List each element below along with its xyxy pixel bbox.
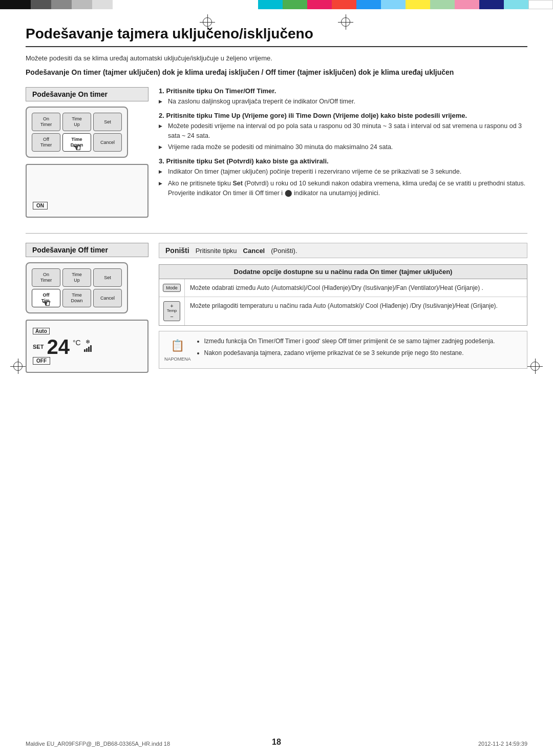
step-2-bullet-1: Možete podesiti vrijeme na interval od p… [159, 121, 527, 141]
step-1: 1. Pritisnite tipku On Timer/Off Timer. … [159, 87, 527, 107]
mode-icon-cell: Mode [159, 279, 185, 297]
signal-bars [84, 345, 92, 352]
btn-off-timer[interactable]: Off Timer [32, 133, 60, 152]
off-timer-section: Podešavanje Off timer On Timer Time Up S… [26, 243, 527, 373]
page-footer: Maldive EU_AR09FSFP@_IB_DB68-03365A_HR.i… [26, 741, 527, 747]
on-timer-display: ON [26, 164, 148, 218]
set-label: SET [33, 344, 44, 350]
step-1-bullets: Na zaslonu daljinskog upravljača treperi… [159, 97, 527, 107]
btn-on-timer[interactable]: On Timer [32, 113, 60, 131]
on-timer-right: 1. Pritisnite tipku On Timer/Off Timer. … [159, 87, 527, 218]
bold-intro: Podešavanje On timer (tajmer uključen) d… [26, 67, 527, 78]
step-1-title: 1. Pritisnite tipku On Timer/Off Timer. [159, 87, 527, 95]
options-header: Dodatne opcije dostupne su u načinu rada… [159, 264, 527, 279]
display-top-row: Auto [33, 328, 141, 334]
temp-text: Možete prilagoditi temperaturu u načinu … [185, 297, 527, 325]
off-btn-time-up[interactable]: Time Up [62, 268, 91, 287]
off-timer-right: Poništi Pritisnite tipku Cancel (Poništi… [159, 243, 527, 373]
option-row-mode: Mode Možete odabrati između Auto (Automa… [159, 279, 527, 297]
subtitle-text: Možete podesiti da se klima uređaj autom… [26, 54, 527, 62]
note-icon: 📋 [171, 337, 184, 354]
step-2: 2. Pritisnite tipku Time Up (Vrijeme gor… [159, 112, 527, 152]
off-remote-grid: On Timer Time Up Set Off Tim. ☜ [32, 268, 122, 307]
reg-mark-left [10, 359, 26, 374]
step-3-bullet-1: Indikator On timer (tajmer uključen) poč… [159, 167, 527, 177]
footer-left: Maldive EU_AR09FSFP@_IB_DB68-03365A_HR.i… [26, 741, 170, 747]
off-label: OFF [33, 357, 50, 365]
step-2-bullet-2: Vrijeme rada može se podesiti od minimal… [159, 142, 527, 152]
step-3-title: 3. Pritisnite tipku Set (Potvrdi) kako b… [159, 157, 527, 165]
step-3-bullets: Indikator On timer (tajmer uključen) poč… [159, 167, 527, 198]
mode-button: Mode [163, 284, 181, 292]
btn-cancel[interactable]: Cancel [93, 133, 122, 152]
off-btn-cancel[interactable]: Cancel [93, 289, 122, 307]
color-bar [0, 0, 553, 9]
step-2-bullets: Možete podesiti vrijeme na interval od p… [159, 121, 527, 152]
step-3-bullet-2: Ako ne pritisnete tipku Set (Potvrdi) u … [159, 179, 527, 198]
note-bullet-2: Nakon podešavanja tajmera, zadano vrijem… [204, 348, 495, 358]
reg-mark-right [527, 359, 543, 374]
hand-icon: ☜ [73, 143, 81, 154]
on-timer-left: Podešavanje On timer On Timer Time Up Se… [26, 87, 148, 218]
hand-icon-off: ☜ [42, 299, 50, 310]
cancel-bold: Cancel [243, 247, 265, 255]
footer-right: 2012-11-2 14:59:39 [478, 741, 527, 747]
off-btn-time-down[interactable]: Time Down [62, 289, 91, 307]
off-timer-header: Podešavanje Off timer [26, 243, 148, 257]
deg-c: °C [73, 339, 81, 347]
step-3: 3. Pritisnite tipku Set (Potvrdi) kako b… [159, 157, 527, 198]
temp-display: 24 [47, 337, 70, 357]
note-bullet-1: Između funkcija On Timer/Off Timer i goo… [204, 337, 495, 346]
off-timer-remote: On Timer Time Up Set Off Tim. ☜ [26, 262, 128, 313]
option-row-temp: + Temp − Možete prilagoditi temperaturu … [159, 297, 527, 325]
ponisti-row: Poništi Pritisnite tipku Cancel (Poništi… [159, 243, 527, 258]
off-btn-set[interactable]: Set [93, 268, 122, 287]
note-icon-wrapper: 📋 NAPOMENA [164, 337, 191, 363]
mode-text: Možete odabrati između Auto (Automatski)… [185, 279, 527, 297]
on-timer-header: Podešavanje On timer [26, 87, 148, 101]
mode-signal: ❄ [84, 339, 92, 352]
step-2-title: 2. Pritisnite tipku Time Up (Vrijeme gor… [159, 112, 527, 119]
off-timer-left: Podešavanje Off timer On Timer Time Up S… [26, 243, 148, 373]
temp-button: + Temp − [163, 301, 181, 321]
on-label: ON [33, 202, 48, 209]
options-table: Mode Možete odabrati između Auto (Automa… [159, 279, 527, 326]
btn-time-down-on[interactable]: Time Down ☜ [62, 133, 91, 152]
page-content: Podešavanje tajmera uključeno/isključeno… [26, 15, 527, 373]
section-divider [26, 233, 527, 234]
ponisti-label: Poništi [165, 246, 189, 255]
page-title: Podešavanje tajmera uključeno/isključeno [26, 26, 527, 47]
remote-grid: On Timer Time Up Set Off Timer [32, 113, 122, 152]
note-box: 📋 NAPOMENA Između funkcija On Timer/Off … [159, 331, 527, 369]
note-text: Između funkcija On Timer/Off Timer i goo… [196, 337, 495, 363]
reg-mark-top [200, 14, 215, 30]
temp-icon-cell: + Temp − [159, 297, 185, 325]
on-timer-section: Podešavanje On timer On Timer Time Up Se… [26, 87, 527, 218]
auto-label: Auto [33, 328, 50, 334]
ponisti-text: Pritisnite tipku [196, 247, 237, 255]
btn-set[interactable]: Set [93, 113, 122, 131]
off-timer-display: Auto SET 24 °C ❄ [26, 320, 148, 373]
off-btn-on-timer[interactable]: On Timer [32, 268, 60, 287]
note-label: NAPOMENA [164, 355, 191, 363]
off-btn-off-timer[interactable]: Off Tim. ☜ [32, 289, 60, 307]
on-timer-remote: On Timer Time Up Set Off Timer [26, 107, 128, 158]
steps-list: 1. Pritisnite tipku On Timer/Off Timer. … [159, 87, 527, 198]
ponisti-after: (Poništi). [271, 247, 297, 255]
reg-mark-top-right [338, 14, 353, 30]
btn-time-up[interactable]: Time Up [62, 113, 91, 131]
step-1-bullet-1: Na zaslonu daljinskog upravljača treperi… [159, 97, 527, 107]
